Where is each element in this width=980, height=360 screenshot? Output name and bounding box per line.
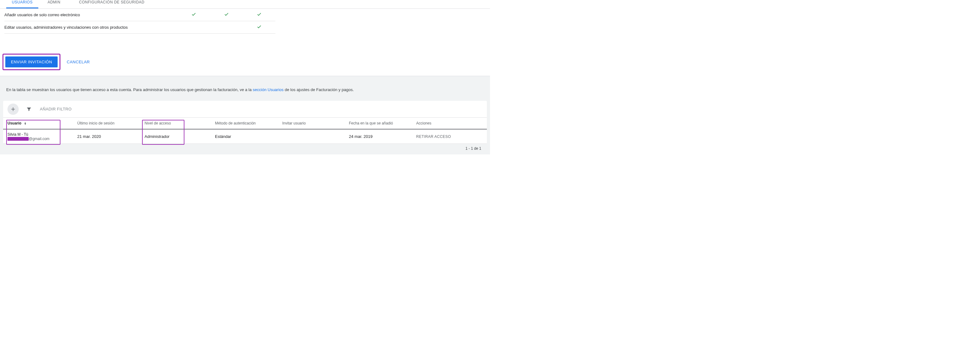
user-email: @gmail.com (8, 137, 75, 141)
users-section-link[interactable]: sección Usuarios (253, 87, 283, 92)
cell-last-login: 21 mar. 2020 (77, 134, 145, 139)
tab-admin[interactable]: ADMIN (38, 0, 70, 8)
cell-user: Silvia M - Tú @gmail.com (8, 132, 77, 141)
col-invite-user-header[interactable]: Invitar usuario (282, 121, 305, 125)
filter-row: AÑADIR FILTRO (3, 101, 487, 118)
pager: 1 - 1 de 1 (3, 144, 487, 151)
check-icon (257, 12, 262, 17)
permission-row: Editar usuarios, administradores y vincu… (4, 21, 275, 34)
table-header: Usuario Último inicio de sesión Nivel de… (3, 118, 487, 130)
col-actions-header: Acciones (416, 121, 431, 125)
permission-row: Añadir usuarios de solo correo electróni… (4, 9, 275, 21)
col-auth-method-header[interactable]: Método de autenticación (215, 121, 256, 125)
actions-bar: ENVIAR INVITACIÓN CANCELAR (0, 49, 490, 76)
highlight-send-invitation: ENVIAR INVITACIÓN (3, 54, 60, 70)
tab-users[interactable]: USUARIOS (6, 0, 38, 8)
table-row[interactable]: Silvia M - Tú @gmail.com 21 mar. 2020 Ad… (3, 130, 487, 144)
users-card: AÑADIR FILTRO Usuario Último inicio de s… (3, 101, 487, 144)
users-description: En la tabla se muestran los usuarios que… (6, 87, 487, 92)
check-icon (191, 12, 196, 17)
col-user-header[interactable]: Usuario (8, 121, 21, 125)
cell-auth-method: Estándar (215, 134, 282, 139)
permission-label: Editar usuarios, administradores y vincu… (4, 25, 177, 30)
users-section: En la tabla se muestran los usuarios que… (0, 76, 490, 154)
add-filter-button[interactable]: AÑADIR FILTRO (40, 107, 72, 111)
col-last-login-header[interactable]: Último inicio de sesión (77, 121, 115, 125)
remove-access-button[interactable]: RETIRAR ACCESO (416, 134, 451, 139)
plus-icon (10, 106, 16, 112)
tabs: USUARIOS ADMIN CONFIGURACIÓN DE SEGURIDA… (0, 0, 490, 9)
tab-security[interactable]: CONFIGURACIÓN DE SEGURIDAD (70, 0, 154, 8)
user-name: Silvia M - Tú (8, 132, 75, 137)
redacted-text (8, 137, 29, 141)
permission-label: Añadir usuarios de solo correo electróni… (4, 13, 177, 17)
filter-icon[interactable] (26, 106, 32, 112)
sort-asc-icon (23, 121, 27, 125)
cancel-button[interactable]: CANCELAR (65, 56, 92, 67)
permissions-table: Añadir usuarios de solo correo electróni… (0, 9, 490, 34)
send-invitation-button[interactable]: ENVIAR INVITACIÓN (5, 56, 57, 67)
check-icon (224, 12, 229, 17)
check-icon (257, 24, 262, 29)
col-access-level-header[interactable]: Nivel de acceso (145, 121, 171, 125)
add-user-button[interactable] (8, 104, 19, 115)
cell-access-level: Administrador (145, 134, 215, 139)
col-date-added-header[interactable]: Fecha en la que se añadió (349, 121, 393, 125)
cell-date-added: 24 mar. 2019 (349, 134, 416, 139)
